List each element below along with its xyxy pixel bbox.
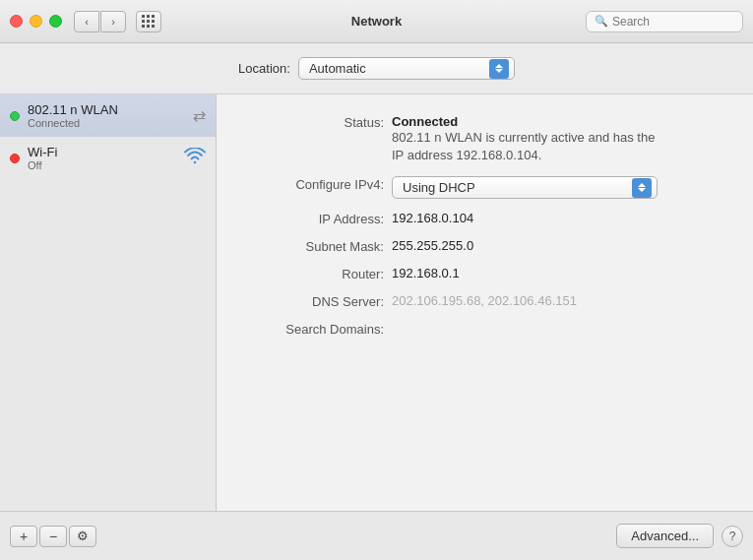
ip-address-label: IP Address: [246, 211, 384, 226]
bottom-bar: + − ⚙ Advanced... ? [0, 511, 753, 560]
minimize-button[interactable] [30, 15, 42, 28]
status-value-group: Connected 802.11 n WLAN is currently act… [392, 114, 667, 164]
search-icon: 🔍 [595, 15, 608, 28]
sidebar-item-name-wifi: Wi-Fi [28, 145, 184, 159]
main-content: 802.11 n WLAN Connected ⇄ Wi-Fi Off [0, 94, 753, 511]
sidebar-item-wlan[interactable]: 802.11 n WLAN Connected ⇄ [0, 94, 216, 137]
help-button[interactable]: ? [722, 526, 743, 547]
subnet-mask-value: 255.255.255.0 [392, 238, 473, 253]
dns-server-row: DNS Server: 202.106.195.68, 202.106.46.1… [246, 293, 723, 309]
subnet-mask-label: Subnet Mask: [246, 238, 384, 254]
arrows-icon: ⇄ [193, 106, 206, 125]
search-domains-label: Search Domains: [246, 321, 384, 337]
sidebar-item-status-wifi: Off [28, 159, 184, 171]
configure-ipv4-row: Configure IPv4: Using DHCP Manually Usin… [246, 176, 723, 199]
detail-panel: Status: Connected 802.11 n WLAN is curre… [217, 94, 753, 511]
dns-server-value: 202.106.195.68, 202.106.46.151 [392, 293, 577, 308]
configure-ipv4-label: Configure IPv4: [246, 176, 384, 192]
bottom-left-controls: + − ⚙ [10, 526, 96, 547]
status-dot-green [10, 111, 20, 121]
window-title: Network [351, 14, 402, 29]
status-description: 802.11 n WLAN is currently active and ha… [392, 129, 667, 164]
dns-server-label: DNS Server: [246, 293, 384, 309]
grid-button[interactable] [136, 11, 161, 32]
location-bar: Location: Automatic [0, 43, 753, 94]
search-input[interactable] [612, 15, 734, 29]
gear-button[interactable]: ⚙ [69, 526, 96, 547]
add-button[interactable]: + [10, 526, 37, 547]
configure-ipv4-select-wrap: Using DHCP Manually Using BootP [392, 176, 658, 199]
sidebar-item-status-wlan: Connected [28, 117, 193, 129]
titlebar: ‹ › Network 🔍 [0, 0, 753, 43]
configure-ipv4-select[interactable]: Using DHCP Manually Using BootP [392, 176, 658, 199]
location-select[interactable]: Automatic [298, 57, 515, 80]
sidebar: 802.11 n WLAN Connected ⇄ Wi-Fi Off [0, 94, 217, 511]
router-value: 192.168.0.1 [392, 266, 460, 280]
bottom-right-controls: Advanced... ? [616, 524, 743, 548]
search-domains-row: Search Domains: [246, 321, 723, 337]
close-button[interactable] [10, 15, 23, 28]
advanced-button[interactable]: Advanced... [616, 524, 714, 548]
wifi-icon [184, 148, 206, 168]
back-button[interactable]: ‹ [74, 11, 99, 32]
location-label: Location: [238, 61, 290, 76]
location-select-wrap: Automatic [298, 57, 515, 80]
status-label: Status: [246, 114, 384, 130]
sidebar-item-info-wifi: Wi-Fi Off [28, 145, 184, 171]
maximize-button[interactable] [49, 15, 62, 28]
subnet-mask-row: Subnet Mask: 255.255.255.0 [246, 238, 723, 254]
search-box[interactable]: 🔍 [586, 11, 743, 32]
nav-buttons: ‹ › [74, 11, 126, 32]
sidebar-item-wifi[interactable]: Wi-Fi Off [0, 137, 216, 179]
status-value: Connected [392, 114, 667, 129]
traffic-lights [10, 15, 62, 28]
router-row: Router: 192.168.0.1 [246, 266, 723, 281]
ip-address-value: 192.168.0.104 [392, 211, 473, 225]
sidebar-item-name-wlan: 802.11 n WLAN [28, 102, 193, 117]
status-row: Status: Connected 802.11 n WLAN is curre… [246, 114, 723, 164]
router-label: Router: [246, 266, 384, 281]
ip-address-row: IP Address: 192.168.0.104 [246, 211, 723, 226]
sidebar-spacer [0, 179, 216, 511]
sidebar-item-info-wlan: 802.11 n WLAN Connected [28, 102, 193, 129]
forward-button[interactable]: › [100, 11, 126, 32]
remove-button[interactable]: − [39, 526, 67, 547]
status-dot-red [10, 154, 20, 163]
grid-icon [142, 15, 156, 29]
